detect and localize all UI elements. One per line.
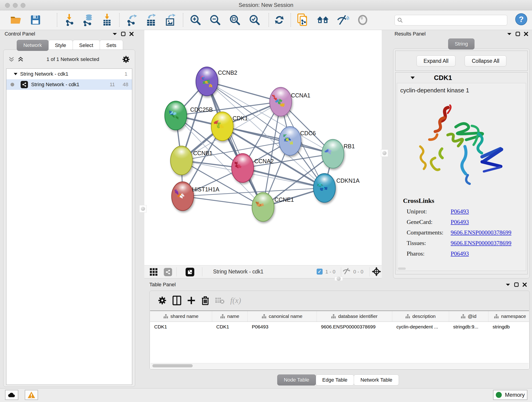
node-CCNA1[interactable] xyxy=(270,87,292,116)
float-panel-icon[interactable] xyxy=(121,32,126,36)
table-row[interactable]: CDK1CDK1P064939606.ENSP00000378699cyclin… xyxy=(150,322,529,332)
table-cell[interactable]: 9606.ENSP00000378699 xyxy=(317,322,392,332)
panel-menu-icon[interactable] xyxy=(505,283,510,286)
zoom-in-icon[interactable] xyxy=(189,14,202,26)
table-hscrollbar-thumb[interactable] xyxy=(152,364,193,367)
network-options-gear-icon[interactable] xyxy=(122,56,130,63)
table-cell[interactable]: stringdb xyxy=(488,322,529,332)
tab-network[interactable]: Network xyxy=(17,40,49,51)
section-collapse-icon[interactable] xyxy=(411,76,415,79)
save-session-icon[interactable] xyxy=(29,14,42,26)
tab-sets[interactable]: Sets xyxy=(100,40,123,51)
clone-network-icon[interactable] xyxy=(297,14,309,26)
search-input[interactable] xyxy=(403,17,507,23)
refresh-icon[interactable] xyxy=(273,14,285,26)
network-row[interactable]: String Network - cdk1 11 48 xyxy=(6,79,132,90)
export-table-icon[interactable] xyxy=(145,14,157,26)
table-cell[interactable]: cyclin-dependent ... xyxy=(392,322,449,332)
table-options-gear-icon[interactable] xyxy=(158,296,167,305)
crosslink-link[interactable]: P06493 xyxy=(451,250,469,257)
node-HIST1H1A[interactable] xyxy=(172,182,194,211)
cloud-status-button[interactable] xyxy=(5,390,18,400)
table-cell[interactable]: CDK1 xyxy=(150,322,212,332)
node-CCNA2[interactable] xyxy=(232,153,254,182)
node-CDKN1A[interactable] xyxy=(313,173,336,202)
close-panel-icon[interactable] xyxy=(129,32,134,36)
hidden-eye-icon[interactable] xyxy=(342,266,351,276)
gene-section-header[interactable]: CDK1 xyxy=(395,72,527,83)
warning-status-button[interactable] xyxy=(25,390,38,400)
close-panel-icon[interactable] xyxy=(522,282,527,287)
zoom-selected-icon[interactable] xyxy=(248,14,261,26)
column-header--id[interactable]: @id xyxy=(449,311,488,322)
open-session-icon[interactable] xyxy=(10,14,22,26)
open-in-window-icon[interactable] xyxy=(184,266,196,278)
zoom-fit-icon[interactable] xyxy=(229,14,241,26)
column-header-description[interactable]: description xyxy=(392,311,449,322)
node-CCNB1[interactable] xyxy=(171,146,192,175)
node-CCNB2[interactable] xyxy=(196,67,218,96)
node-RB1[interactable] xyxy=(322,139,344,168)
network-collection-row[interactable]: String Network - cdk1 1 xyxy=(6,69,132,79)
node-CDC6[interactable] xyxy=(279,127,301,155)
crosslink-link[interactable]: 9606.ENSP00000378699 xyxy=(451,240,511,247)
edge-CDK1-RB1[interactable] xyxy=(222,126,333,154)
column-header-shared-name[interactable]: shared name xyxy=(150,311,212,322)
hide-selected-eye-icon[interactable] xyxy=(337,14,349,26)
add-column-icon[interactable] xyxy=(187,296,196,305)
table-hscrollbar[interactable] xyxy=(151,363,529,368)
show-all-eye-icon[interactable] xyxy=(356,14,369,26)
left-splitter-handle[interactable] xyxy=(139,205,147,212)
memory-button[interactable]: Memory xyxy=(493,390,527,400)
table-cell[interactable]: P06493 xyxy=(248,322,317,332)
import-table-icon[interactable] xyxy=(101,14,113,26)
expand-all-button[interactable]: Expand All xyxy=(417,56,456,66)
delete-column-icon[interactable] xyxy=(201,296,209,305)
tab-select[interactable]: Select xyxy=(73,40,100,51)
right-splitter-handle[interactable] xyxy=(381,149,388,157)
crosslink-link[interactable]: 9606.ENSP00000378699 xyxy=(451,229,511,236)
collection-expand-icon[interactable] xyxy=(14,73,17,75)
panel-menu-icon[interactable] xyxy=(112,32,117,36)
import-database-icon[interactable] xyxy=(82,14,94,26)
node-CDC25B[interactable] xyxy=(165,101,187,130)
float-panel-icon[interactable] xyxy=(514,282,519,287)
selected-nodes-checkbox[interactable]: ✓ xyxy=(317,269,323,274)
expand-all-icon[interactable] xyxy=(18,56,24,62)
column-header-canonical-name[interactable]: canonical name xyxy=(248,311,317,322)
crosslink-link[interactable]: P06493 xyxy=(451,219,469,225)
node-CCNE1[interactable] xyxy=(252,192,274,221)
import-network-icon[interactable] xyxy=(64,14,76,26)
table-cell[interactable]: CDK1 xyxy=(212,322,248,332)
grid-view-icon[interactable] xyxy=(147,266,160,278)
column-header-namespace[interactable]: namespace xyxy=(488,311,529,322)
panel-menu-icon[interactable] xyxy=(507,32,512,36)
column-header-name[interactable]: name xyxy=(212,311,248,322)
close-panel-icon[interactable] xyxy=(524,32,528,36)
help-icon[interactable]: ? xyxy=(515,13,527,26)
edge-HIST1H1A-CCNE1[interactable] xyxy=(183,196,263,207)
gene-details: cyclin-dependent kinase 1 xyxy=(397,83,526,271)
home-icon[interactable] xyxy=(317,14,329,26)
crosslink-link[interactable]: P06493 xyxy=(451,208,469,215)
network-badge-icon[interactable] xyxy=(162,266,174,278)
export-network-icon[interactable] xyxy=(126,14,138,26)
show-columns-icon[interactable] xyxy=(172,296,181,305)
collapse-all-button[interactable]: Collapse All xyxy=(465,56,506,66)
tab-edge-table[interactable]: Edge Table xyxy=(316,375,354,385)
tab-style[interactable]: Style xyxy=(48,40,73,51)
column-header-database-identifier[interactable]: database identifier xyxy=(317,311,392,322)
float-panel-icon[interactable] xyxy=(515,32,520,36)
tab-string[interactable]: String xyxy=(448,38,475,50)
network-canvas[interactable]: CCNB2CCNA1CDC25BCDK1CDC6RB1CCNB1CCNA2CDK… xyxy=(144,30,382,265)
node-CDK1[interactable] xyxy=(211,112,233,141)
search-field[interactable] xyxy=(394,15,507,26)
results-scrollbar-thumb[interactable] xyxy=(398,268,406,270)
table-cell[interactable]: stringdb:9... xyxy=(449,322,488,332)
export-image-icon[interactable] xyxy=(165,14,177,26)
tab-node-table[interactable]: Node Table xyxy=(277,375,316,385)
fit-content-crosshair-icon[interactable] xyxy=(371,266,382,277)
zoom-out-icon[interactable] xyxy=(209,14,221,26)
collapse-all-icon[interactable] xyxy=(8,56,14,62)
tab-network-table[interactable]: Network Table xyxy=(354,375,399,385)
